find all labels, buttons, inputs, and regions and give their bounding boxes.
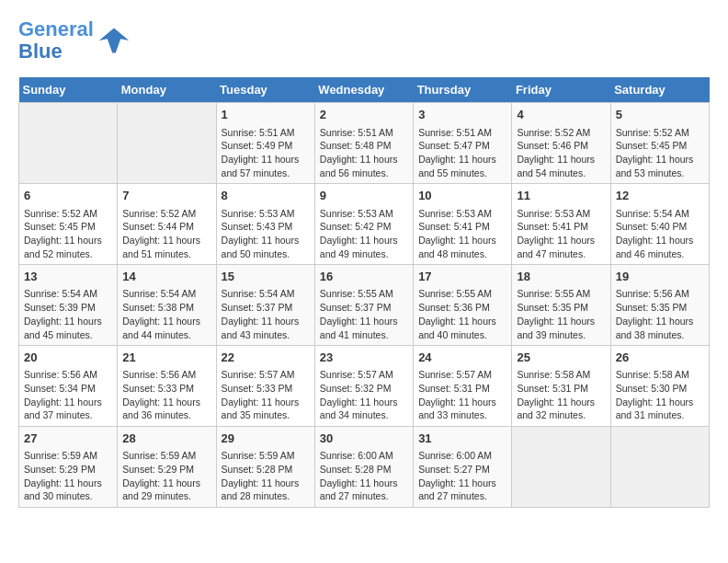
week-row-5: 27Sunrise: 5:59 AM Sunset: 5:29 PM Dayli… — [19, 427, 710, 508]
day-number: 6 — [24, 188, 112, 204]
week-row-3: 13Sunrise: 5:54 AM Sunset: 5:39 PM Dayli… — [19, 265, 710, 346]
calendar-cell: 31Sunrise: 6:00 AM Sunset: 5:27 PM Dayli… — [414, 427, 512, 508]
calendar-cell: 23Sunrise: 5:57 AM Sunset: 5:32 PM Dayli… — [314, 346, 413, 427]
day-number: 26 — [616, 350, 704, 366]
day-number: 18 — [517, 269, 605, 285]
calendar-cell: 3Sunrise: 5:51 AM Sunset: 5:47 PM Daylig… — [414, 103, 512, 184]
day-number: 25 — [517, 350, 605, 366]
day-number: 13 — [24, 269, 112, 285]
day-info: Sunrise: 5:56 AM Sunset: 5:35 PM Dayligh… — [616, 287, 704, 341]
calendar-cell: 8Sunrise: 5:53 AM Sunset: 5:43 PM Daylig… — [216, 184, 314, 265]
calendar-cell: 19Sunrise: 5:56 AM Sunset: 5:35 PM Dayli… — [610, 265, 709, 346]
day-number: 22 — [222, 350, 310, 366]
calendar-cell: 10Sunrise: 5:53 AM Sunset: 5:41 PM Dayli… — [414, 184, 512, 265]
day-number: 2 — [320, 107, 408, 123]
calendar-cell: 27Sunrise: 5:59 AM Sunset: 5:29 PM Dayli… — [19, 427, 118, 508]
day-number: 12 — [616, 188, 704, 204]
day-number: 17 — [418, 269, 506, 285]
calendar-cell: 18Sunrise: 5:55 AM Sunset: 5:35 PM Dayli… — [512, 265, 610, 346]
day-info: Sunrise: 5:59 AM Sunset: 5:29 PM Dayligh… — [24, 449, 112, 503]
calendar-cell: 26Sunrise: 5:58 AM Sunset: 5:30 PM Dayli… — [610, 346, 709, 427]
day-number: 20 — [24, 350, 112, 366]
calendar-cell: 12Sunrise: 5:54 AM Sunset: 5:40 PM Dayli… — [610, 184, 709, 265]
header-cell-saturday: Saturday — [610, 77, 709, 103]
day-info: Sunrise: 5:51 AM Sunset: 5:49 PM Dayligh… — [222, 126, 310, 180]
svg-marker-0 — [99, 29, 129, 53]
day-info: Sunrise: 5:52 AM Sunset: 5:44 PM Dayligh… — [122, 207, 210, 261]
day-info: Sunrise: 5:58 AM Sunset: 5:30 PM Dayligh… — [616, 368, 704, 422]
day-number: 15 — [222, 269, 310, 285]
day-info: Sunrise: 5:57 AM Sunset: 5:33 PM Dayligh… — [222, 368, 310, 422]
page-header: General Blue — [18, 18, 710, 63]
day-info: Sunrise: 5:59 AM Sunset: 5:28 PM Dayligh… — [222, 449, 310, 503]
day-info: Sunrise: 5:55 AM Sunset: 5:36 PM Dayligh… — [418, 287, 506, 341]
day-number: 19 — [616, 269, 704, 285]
day-info: Sunrise: 6:00 AM Sunset: 5:28 PM Dayligh… — [320, 449, 408, 503]
day-info: Sunrise: 5:57 AM Sunset: 5:31 PM Dayligh… — [418, 368, 506, 422]
day-number: 24 — [418, 350, 506, 366]
calendar-cell: 13Sunrise: 5:54 AM Sunset: 5:39 PM Dayli… — [19, 265, 118, 346]
week-row-1: 1Sunrise: 5:51 AM Sunset: 5:49 PM Daylig… — [19, 103, 710, 184]
calendar-cell: 9Sunrise: 5:53 AM Sunset: 5:42 PM Daylig… — [314, 184, 413, 265]
day-info: Sunrise: 5:57 AM Sunset: 5:32 PM Dayligh… — [320, 368, 408, 422]
day-info: Sunrise: 6:00 AM Sunset: 5:27 PM Dayligh… — [418, 449, 506, 503]
day-info: Sunrise: 5:54 AM Sunset: 5:38 PM Dayligh… — [122, 287, 210, 341]
logo: General Blue — [18, 18, 131, 63]
day-number: 3 — [418, 107, 506, 123]
day-number: 21 — [122, 350, 210, 366]
day-info: Sunrise: 5:52 AM Sunset: 5:45 PM Dayligh… — [616, 126, 704, 180]
day-info: Sunrise: 5:54 AM Sunset: 5:39 PM Dayligh… — [24, 287, 112, 341]
calendar-cell: 28Sunrise: 5:59 AM Sunset: 5:29 PM Dayli… — [118, 427, 216, 508]
calendar-cell: 7Sunrise: 5:52 AM Sunset: 5:44 PM Daylig… — [118, 184, 216, 265]
calendar-cell: 4Sunrise: 5:52 AM Sunset: 5:46 PM Daylig… — [512, 103, 610, 184]
day-number: 7 — [122, 188, 210, 204]
calendar-cell: 17Sunrise: 5:55 AM Sunset: 5:36 PM Dayli… — [414, 265, 512, 346]
calendar-cell: 2Sunrise: 5:51 AM Sunset: 5:48 PM Daylig… — [314, 103, 413, 184]
logo-text: General Blue — [18, 18, 94, 63]
header-cell-monday: Monday — [118, 77, 216, 103]
calendar-header: SundayMondayTuesdayWednesdayThursdayFrid… — [19, 77, 710, 103]
calendar-cell — [118, 103, 216, 184]
day-info: Sunrise: 5:53 AM Sunset: 5:41 PM Dayligh… — [418, 207, 506, 261]
calendar-cell: 6Sunrise: 5:52 AM Sunset: 5:45 PM Daylig… — [19, 184, 118, 265]
day-info: Sunrise: 5:58 AM Sunset: 5:31 PM Dayligh… — [517, 368, 605, 422]
day-number: 1 — [222, 107, 310, 123]
week-row-4: 20Sunrise: 5:56 AM Sunset: 5:34 PM Dayli… — [19, 346, 710, 427]
header-cell-tuesday: Tuesday — [216, 77, 314, 103]
day-number: 4 — [517, 107, 605, 123]
day-number: 27 — [24, 431, 112, 447]
calendar-cell: 20Sunrise: 5:56 AM Sunset: 5:34 PM Dayli… — [19, 346, 118, 427]
day-info: Sunrise: 5:53 AM Sunset: 5:41 PM Dayligh… — [517, 207, 605, 261]
calendar-cell: 5Sunrise: 5:52 AM Sunset: 5:45 PM Daylig… — [610, 103, 709, 184]
calendar-cell: 1Sunrise: 5:51 AM Sunset: 5:49 PM Daylig… — [216, 103, 314, 184]
day-info: Sunrise: 5:52 AM Sunset: 5:45 PM Dayligh… — [24, 207, 112, 261]
day-info: Sunrise: 5:56 AM Sunset: 5:33 PM Dayligh… — [122, 368, 210, 422]
calendar-cell: 25Sunrise: 5:58 AM Sunset: 5:31 PM Dayli… — [512, 346, 610, 427]
day-info: Sunrise: 5:55 AM Sunset: 5:35 PM Dayligh… — [517, 287, 605, 341]
day-info: Sunrise: 5:56 AM Sunset: 5:34 PM Dayligh… — [24, 368, 112, 422]
calendar-cell: 24Sunrise: 5:57 AM Sunset: 5:31 PM Dayli… — [414, 346, 512, 427]
calendar-cell: 29Sunrise: 5:59 AM Sunset: 5:28 PM Dayli… — [216, 427, 314, 508]
header-cell-thursday: Thursday — [414, 77, 512, 103]
header-cell-friday: Friday — [512, 77, 610, 103]
calendar-cell: 15Sunrise: 5:54 AM Sunset: 5:37 PM Dayli… — [216, 265, 314, 346]
day-info: Sunrise: 5:51 AM Sunset: 5:48 PM Dayligh… — [320, 126, 408, 180]
header-cell-wednesday: Wednesday — [314, 77, 413, 103]
calendar-body: 1Sunrise: 5:51 AM Sunset: 5:49 PM Daylig… — [19, 103, 710, 508]
calendar-table: SundayMondayTuesdayWednesdayThursdayFrid… — [18, 77, 710, 508]
day-number: 8 — [222, 188, 310, 204]
day-number: 5 — [616, 107, 704, 123]
calendar-cell: 30Sunrise: 6:00 AM Sunset: 5:28 PM Dayli… — [314, 427, 413, 508]
day-info: Sunrise: 5:54 AM Sunset: 5:37 PM Dayligh… — [222, 287, 310, 341]
day-info: Sunrise: 5:52 AM Sunset: 5:46 PM Dayligh… — [517, 126, 605, 180]
week-row-2: 6Sunrise: 5:52 AM Sunset: 5:45 PM Daylig… — [19, 184, 710, 265]
day-info: Sunrise: 5:59 AM Sunset: 5:29 PM Dayligh… — [122, 449, 210, 503]
calendar-cell: 14Sunrise: 5:54 AM Sunset: 5:38 PM Dayli… — [118, 265, 216, 346]
day-number: 30 — [320, 431, 408, 447]
day-number: 14 — [122, 269, 210, 285]
day-number: 11 — [517, 188, 605, 204]
day-number: 31 — [418, 431, 506, 447]
calendar-cell: 21Sunrise: 5:56 AM Sunset: 5:33 PM Dayli… — [118, 346, 216, 427]
day-info: Sunrise: 5:53 AM Sunset: 5:42 PM Dayligh… — [320, 207, 408, 261]
day-number: 10 — [418, 188, 506, 204]
